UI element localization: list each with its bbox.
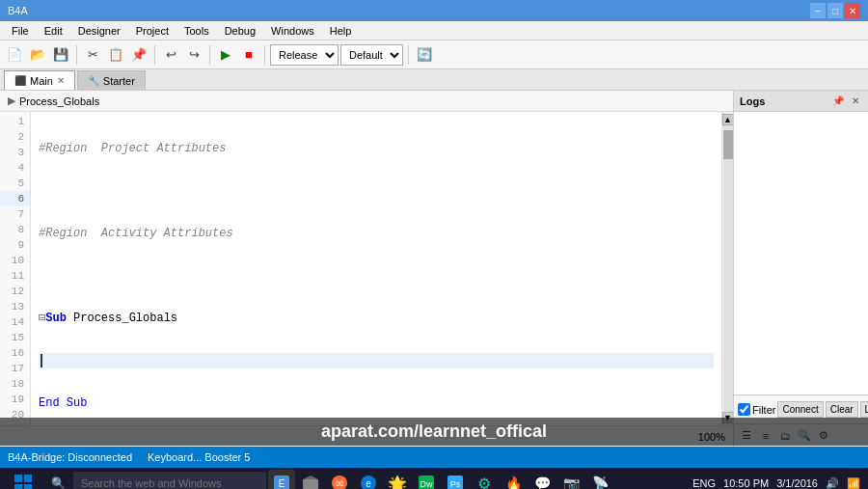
cut-button[interactable]: ✂ — [82, 44, 103, 66]
logs-content — [734, 112, 868, 394]
tab-main-icon: ⬛ — [14, 75, 26, 86]
refresh-button[interactable]: 🔄 — [414, 44, 435, 66]
logs-toolbar: ☰ ≡ 🗂 🔍 ⚙ — [734, 423, 868, 447]
ln-8: 8 — [0, 222, 30, 237]
taskbar-date: 3/1/2016 — [776, 477, 818, 489]
taskbar-icon-12[interactable]: 📡 — [586, 470, 613, 489]
open-button[interactable]: 📂 — [27, 44, 48, 66]
code-line-7: End Sub — [39, 395, 714, 411]
ln-15: 15 — [0, 330, 30, 345]
taskbar-icon-2[interactable] — [297, 470, 324, 489]
run-button[interactable]: ▶ — [215, 44, 236, 66]
logs-pin-button[interactable]: 📌 — [831, 95, 845, 108]
taskbar-language: ENG — [692, 477, 716, 489]
logs-tool-2[interactable]: ≡ — [757, 427, 774, 445]
taskbar-app-icons: E ✉ e 🌟 Dw Ps ⚙ 🔥 💬 📷 📡 — [268, 470, 613, 489]
tab-starter[interactable]: 🔧 Starter — [77, 70, 146, 90]
taskbar-icon-4[interactable]: e — [355, 470, 382, 489]
new-button[interactable]: 📄 — [4, 44, 25, 66]
filter-text: Filter — [752, 404, 775, 416]
logs-tool-5[interactable]: ⚙ — [815, 427, 832, 445]
clear-button[interactable]: Clear — [826, 401, 858, 418]
menu-debug[interactable]: Debug — [217, 23, 263, 39]
svg-rect-1 — [24, 475, 32, 482]
taskbar-icon-10[interactable]: 💬 — [529, 470, 556, 489]
code-lines[interactable]: #Region Project Attributes #Region Activ… — [31, 112, 721, 425]
logs-close-button[interactable]: ✕ — [849, 95, 862, 108]
paste-button[interactable]: 📌 — [128, 44, 149, 66]
editor-container: ▶ Process_Globals 1 2 3 4 5 6 7 8 9 10 1… — [0, 91, 733, 447]
taskbar-icon-5[interactable]: 🌟 — [384, 470, 411, 489]
tab-main-close[interactable]: ✕ — [57, 75, 65, 86]
taskbar-icon-11[interactable]: 📷 — [557, 470, 584, 489]
build-mode-dropdown[interactable]: Release Debug — [270, 44, 339, 66]
taskbar-time: 10:50 PM — [723, 477, 769, 489]
ln-2: 2 — [0, 129, 30, 145]
code-line-6 — [39, 353, 714, 368]
code-line-4 — [39, 268, 714, 284]
taskbar-icon-6[interactable]: Dw — [413, 470, 440, 489]
save-button[interactable]: 💾 — [50, 44, 71, 66]
filter-checkbox[interactable] — [738, 403, 750, 416]
taskbar-network-icon: 📶 — [847, 477, 860, 490]
windows-icon — [14, 474, 33, 489]
separator-5 — [408, 45, 409, 65]
ln-1: 1 — [0, 114, 30, 129]
status-left: B4A-Bridge: Disconnected — [8, 451, 132, 463]
menu-edit[interactable]: Edit — [37, 23, 70, 39]
taskbar-icon-3[interactable]: ✉ — [326, 470, 353, 489]
logs-tool-4[interactable]: 🔍 — [796, 427, 813, 445]
menu-project[interactable]: Project — [128, 23, 176, 39]
scroll-down-button[interactable]: ▼ — [722, 412, 734, 423]
menu-help[interactable]: Help — [322, 23, 360, 39]
minimize-button[interactable]: − — [810, 3, 826, 18]
scroll-thumb[interactable] — [723, 130, 733, 159]
scroll-up-button[interactable]: ▲ — [722, 114, 734, 125]
tab-main[interactable]: ⬛ Main ✕ — [4, 70, 75, 90]
ln-13: 13 — [0, 299, 30, 314]
copy-button[interactable]: 📋 — [105, 44, 126, 66]
start-button[interactable] — [4, 470, 42, 489]
stop-button[interactable]: ■ — [238, 44, 259, 66]
close-button[interactable]: ✕ — [845, 3, 860, 18]
connect-button[interactable]: Connect — [777, 401, 823, 418]
logs-tool-1[interactable]: ☰ — [738, 427, 755, 445]
editor-scrollbar[interactable]: ▲ ▼ — [721, 112, 733, 425]
ln-14: 14 — [0, 314, 30, 330]
undo-button[interactable]: ↩ — [160, 44, 181, 66]
list-button[interactable]: List! — [860, 401, 868, 418]
taskbar-search-icon: 🔍 — [44, 470, 71, 489]
ln-18: 18 — [0, 376, 30, 392]
menu-bar: File Edit Designer Project Tools Debug W… — [0, 21, 868, 41]
config-dropdown[interactable]: Default — [340, 44, 403, 66]
taskbar-volume-icon: 🔊 — [826, 477, 839, 490]
logs-header: Logs 📌 ✕ — [734, 91, 868, 112]
redo-button[interactable]: ↪ — [183, 44, 204, 66]
line-numbers: 1 2 3 4 5 6 7 8 9 10 11 12 13 14 15 16 1 — [0, 112, 31, 425]
menu-designer[interactable]: Designer — [70, 23, 128, 39]
maximize-button[interactable]: □ — [827, 3, 843, 18]
menu-tools[interactable]: Tools — [176, 23, 217, 39]
taskbar-search-input[interactable] — [73, 472, 266, 489]
zoom-level: 100% — [698, 431, 725, 443]
scroll-track[interactable] — [723, 125, 733, 412]
taskbar-icon-9[interactable]: 🔥 — [500, 470, 527, 489]
code-line-3: #Region Activity Attributes — [39, 226, 714, 241]
main-content: ▶ Process_Globals 1 2 3 4 5 6 7 8 9 10 1… — [0, 91, 868, 447]
taskbar-icon-1[interactable]: E — [268, 470, 295, 489]
filter-label: Filter — [738, 403, 775, 416]
code-editor[interactable]: 1 2 3 4 5 6 7 8 9 10 11 12 13 14 15 16 1 — [0, 112, 721, 425]
menu-windows[interactable]: Windows — [263, 23, 322, 39]
taskbar-icon-7[interactable]: Ps — [442, 470, 469, 489]
separator-2 — [154, 45, 155, 65]
logs-footer: Filter Connect Clear List! — [734, 394, 868, 423]
ln-7: 7 — [0, 206, 30, 222]
menu-file[interactable]: File — [4, 23, 37, 39]
tab-bar: ⬛ Main ✕ 🔧 Starter — [0, 69, 868, 91]
logs-tool-3[interactable]: 🗂 — [776, 427, 794, 445]
tab-main-label: Main — [30, 75, 53, 87]
taskbar-icon-8[interactable]: ⚙ — [471, 470, 498, 489]
status-right: Keyboard... Booster 5 — [148, 451, 250, 463]
taskbar: 🔍 E ✉ e 🌟 Dw Ps ⚙ 🔥 💬 📷 📡 ENG 10:50 PM 3… — [0, 468, 868, 489]
ln-16: 16 — [0, 345, 30, 361]
